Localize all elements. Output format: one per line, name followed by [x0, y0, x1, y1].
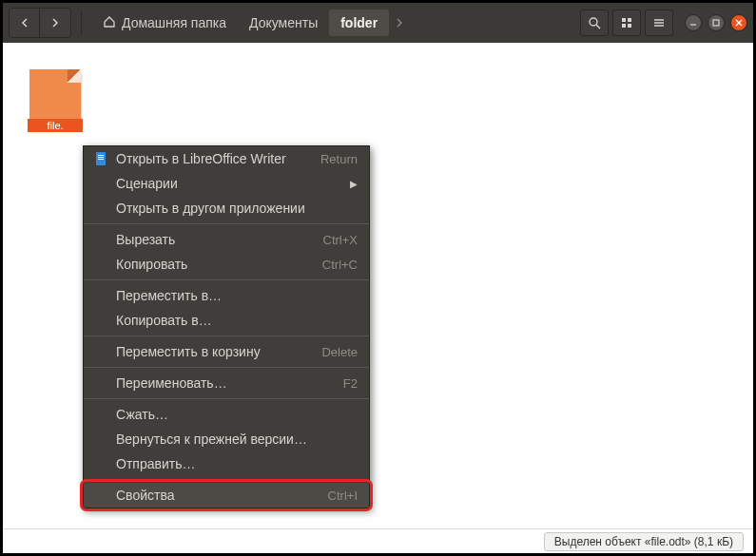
breadcrumb-label: folder	[340, 15, 378, 30]
menu-accel: Ctrl+X	[323, 233, 358, 247]
breadcrumb-home[interactable]: Домашняя папка	[91, 10, 238, 37]
menu-separator	[84, 279, 369, 280]
minimize-button[interactable]	[685, 14, 702, 31]
menu-separator	[84, 223, 369, 224]
menu-revert[interactable]: Вернуться к прежней версии…	[84, 427, 369, 451]
svg-line-1	[596, 25, 600, 29]
menu-label: Сжать…	[116, 407, 358, 422]
menu-accel: F2	[343, 376, 358, 391]
view-grid-button[interactable]	[612, 10, 641, 36]
menu-move-to[interactable]: Переместить в…	[84, 283, 369, 308]
menu-open-other[interactable]: Открыть в другом приложении	[84, 196, 369, 220]
menu-separator	[84, 479, 369, 480]
menu-accel: Return	[320, 152, 358, 166]
document-icon	[93, 151, 108, 166]
maximize-button[interactable]	[708, 14, 725, 31]
menu-label: Свойства	[116, 488, 328, 503]
svg-rect-16	[98, 159, 104, 160]
menu-copy[interactable]: Копировать Ctrl+C	[84, 252, 369, 277]
svg-rect-3	[628, 18, 631, 22]
menu-label: Отправить…	[116, 456, 358, 471]
search-button[interactable]	[580, 10, 609, 36]
file-item[interactable]: file.	[29, 69, 81, 128]
menu-compress[interactable]: Сжать…	[84, 402, 369, 427]
breadcrumb: Домашняя папка Документы folder	[91, 10, 576, 37]
menu-label: Переместить в корзину	[116, 344, 321, 359]
menu-label: Вырезать	[116, 232, 323, 247]
menu-label: Открыть в другом приложении	[116, 201, 358, 216]
breadcrumb-label: Документы	[249, 15, 318, 30]
menu-rename[interactable]: Переименовать… F2	[84, 371, 369, 395]
svg-rect-14	[98, 155, 104, 156]
svg-rect-5	[628, 24, 631, 28]
file-label: file.	[28, 119, 83, 132]
menu-separator	[84, 398, 369, 399]
breadcrumb-folder[interactable]: folder	[329, 10, 389, 36]
menu-open-with[interactable]: Открыть в LibreOffice Writer Return	[84, 146, 369, 171]
document-icon: file.	[29, 69, 81, 128]
svg-rect-2	[622, 18, 626, 22]
menu-label: Копировать	[116, 257, 322, 272]
menu-separator	[84, 336, 369, 336]
menu-accel: Delete	[321, 345, 358, 359]
home-icon	[103, 15, 116, 31]
submenu-arrow-icon: ▶	[350, 179, 358, 189]
svg-rect-10	[713, 20, 719, 26]
forward-button[interactable]	[40, 9, 70, 37]
menu-copy-to[interactable]: Копировать в…	[84, 308, 369, 333]
right-tools	[580, 10, 747, 36]
chevron-right-icon	[389, 15, 410, 30]
breadcrumb-docs[interactable]: Документы	[238, 10, 329, 36]
status-text: Выделен объект «file.odt» (8,1 кБ)	[544, 532, 744, 551]
statusbar: Выделен объект «file.odt» (8,1 кБ)	[3, 528, 753, 553]
menu-button[interactable]	[645, 10, 673, 36]
context-menu: Открыть в LibreOffice Writer Return Сцен…	[83, 145, 370, 508]
menu-accel: Ctrl+C	[322, 258, 358, 272]
menu-accel: Ctrl+I	[328, 489, 358, 503]
menu-scenarios[interactable]: Сценарии ▶	[84, 171, 369, 196]
separator	[81, 10, 82, 35]
nav-group	[9, 8, 71, 38]
svg-point-0	[590, 18, 597, 26]
menu-label: Копировать в…	[116, 313, 358, 328]
window-controls	[685, 14, 747, 31]
menu-properties[interactable]: Свойства Ctrl+I	[84, 483, 369, 508]
menu-trash[interactable]: Переместить в корзину Delete	[84, 339, 369, 364]
toolbar: Домашняя папка Документы folder	[3, 3, 753, 43]
svg-rect-15	[98, 157, 104, 158]
menu-separator	[84, 367, 369, 368]
menu-send[interactable]: Отправить…	[84, 451, 369, 476]
menu-cut[interactable]: Вырезать Ctrl+X	[84, 227, 369, 252]
menu-label: Сценарии	[116, 176, 350, 191]
menu-label: Переименовать…	[116, 375, 343, 391]
back-button[interactable]	[10, 9, 40, 37]
menu-label: Переместить в…	[116, 288, 358, 303]
breadcrumb-label: Домашняя папка	[122, 15, 226, 30]
menu-label: Вернуться к прежней версии…	[116, 431, 358, 447]
svg-rect-4	[622, 24, 626, 28]
menu-label: Открыть в LibreOffice Writer	[116, 151, 320, 166]
content-area[interactable]: file. Открыть в LibreOffice Writer Retur…	[3, 43, 753, 528]
close-button[interactable]	[730, 14, 747, 31]
